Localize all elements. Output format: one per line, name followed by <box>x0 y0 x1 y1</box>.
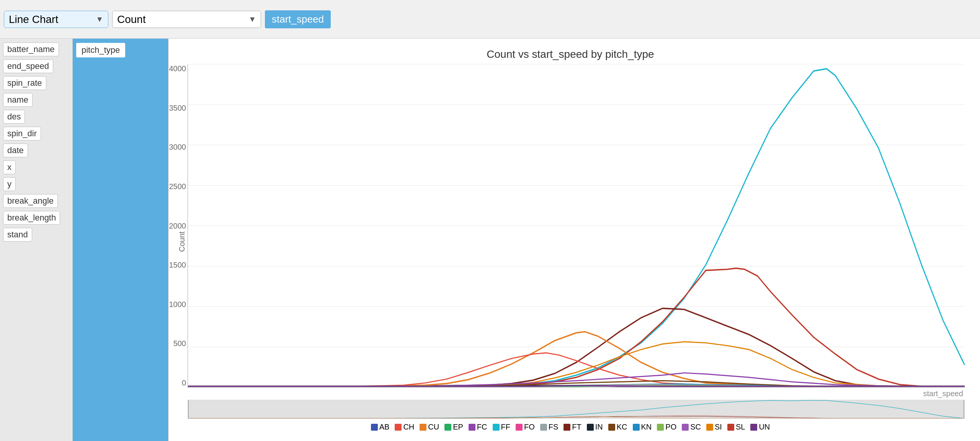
legend-dot-SI <box>706 424 713 431</box>
legend-label-CU: CU <box>428 423 439 431</box>
field-y[interactable]: y <box>3 177 16 191</box>
y-tick-1000: 1000 <box>167 300 186 309</box>
legend-label-FC: FC <box>477 423 487 431</box>
chart-plot: 0 500 1000 1500 2000 2500 3000 3500 4000 <box>188 64 965 388</box>
legend-IN: IN <box>587 423 603 431</box>
legend-label-PO: PO <box>665 423 676 431</box>
field-break-angle[interactable]: break_angle <box>3 194 58 208</box>
legend-dot-AB <box>371 424 378 431</box>
legend-FO: FO <box>516 423 535 431</box>
legend-FF: FF <box>493 423 510 431</box>
count-select[interactable]: Count <box>117 13 245 25</box>
y-tick-500: 500 <box>167 339 186 348</box>
legend-FT: FT <box>564 423 581 431</box>
legend-UN: UN <box>750 423 770 431</box>
y-tick-1500: 1500 <box>167 261 186 270</box>
legend-label-FT: FT <box>572 423 581 431</box>
legend-dot-FT <box>564 424 570 431</box>
field-x[interactable]: x <box>3 160 16 174</box>
legend-label-AB: AB <box>379 423 390 431</box>
field-spin-rate[interactable]: spin_rate <box>3 76 46 90</box>
legend-label-SL: SL <box>736 423 745 431</box>
legend-SC: SC <box>682 423 701 431</box>
top-bar: Line Chart ▼ Count ▼ start_speed <box>0 0 980 39</box>
legend-label-EP: EP <box>453 423 463 431</box>
main-content: batter_name end_speed spin_rate name des… <box>0 39 980 441</box>
count-arrow-icon: ▼ <box>248 15 256 24</box>
count-dropdown[interactable]: Count ▼ <box>112 11 261 28</box>
legend-label-FF: FF <box>501 423 510 431</box>
dimension-panel: pitch_type <box>73 39 168 441</box>
chart-type-select[interactable]: Line Chart <box>9 13 93 25</box>
legend-dot-FC <box>469 424 475 431</box>
field-des[interactable]: des <box>3 110 25 124</box>
chart-type-arrow-icon: ▼ <box>96 15 103 24</box>
legend-label-UN: UN <box>759 423 770 431</box>
legend-dot-UN <box>750 424 757 431</box>
y-tick-0: 0 <box>167 379 186 387</box>
chart-svg <box>188 64 965 387</box>
field-name[interactable]: name <box>3 93 33 107</box>
field-date[interactable]: date <box>3 144 28 157</box>
field-batter-name[interactable]: batter_name <box>3 42 59 56</box>
line-SL <box>188 268 965 386</box>
y-ticks: 0 500 1000 1500 2000 2500 3000 3500 4000 <box>167 64 186 387</box>
selected-dimension-tag[interactable]: pitch_type <box>76 42 126 58</box>
line-FF <box>188 69 965 386</box>
legend-SL: SL <box>727 423 745 431</box>
chart-title: Count vs start_speed by pitch_type <box>176 48 965 60</box>
legend-FS: FS <box>540 423 559 431</box>
field-stand[interactable]: stand <box>3 228 32 242</box>
y-tick-3500: 3500 <box>167 104 186 113</box>
y-tick-4000: 4000 <box>167 64 186 73</box>
legend-label-SI: SI <box>715 423 722 431</box>
legend-label-IN: IN <box>595 423 603 431</box>
chart-area: Count 0 500 1000 <box>176 64 965 419</box>
field-spin-dir[interactable]: spin_dir <box>3 127 41 140</box>
legend-label-KN: KN <box>641 423 652 431</box>
chart-panel: Count vs start_speed by pitch_type Count <box>168 39 980 441</box>
y-tick-3000: 3000 <box>167 143 186 152</box>
legend-label-FS: FS <box>549 423 559 431</box>
chart-legend: AB CH CU EP FC FF <box>176 419 965 433</box>
field-break-length[interactable]: break_length <box>3 211 60 225</box>
legend-dot-CU <box>420 424 426 431</box>
legend-CU: CU <box>420 423 439 431</box>
legend-dot-SL <box>727 424 734 431</box>
legend-dot-KN <box>633 424 640 431</box>
legend-FC: FC <box>469 423 487 431</box>
legend-KN: KN <box>633 423 652 431</box>
legend-dot-PO <box>657 424 664 431</box>
field-end-speed[interactable]: end_speed <box>3 59 53 73</box>
legend-label-SC: SC <box>690 423 701 431</box>
legend-dot-EP <box>444 424 451 431</box>
x-axis-tag: start_speed <box>265 10 331 28</box>
line-CU <box>188 332 965 386</box>
legend-label-FO: FO <box>524 423 535 431</box>
legend-label-CH: CH <box>403 423 414 431</box>
legend-CH: CH <box>395 423 414 431</box>
legend-AB: AB <box>371 423 390 431</box>
legend-dot-KC <box>608 424 615 431</box>
legend-dot-FS <box>540 424 547 431</box>
chart-minimap[interactable] <box>188 400 965 419</box>
x-axis-label: start_speed <box>188 389 963 398</box>
line-UN <box>188 386 965 386</box>
legend-PO: PO <box>657 423 676 431</box>
minimap-handle[interactable] <box>188 400 964 418</box>
legend-KC: KC <box>608 423 627 431</box>
legend-EP: EP <box>444 423 463 431</box>
legend-dot-FO <box>516 424 523 431</box>
fields-panel: batter_name end_speed spin_rate name des… <box>0 39 73 441</box>
legend-dot-CH <box>395 424 402 431</box>
legend-SI: SI <box>706 423 722 431</box>
legend-dot-FF <box>493 424 500 431</box>
y-tick-2000: 2000 <box>167 222 186 230</box>
legend-dot-SC <box>682 424 689 431</box>
legend-dot-IN <box>587 424 594 431</box>
legend-label-KC: KC <box>617 423 627 431</box>
y-tick-2500: 2500 <box>167 182 186 191</box>
chart-type-dropdown[interactable]: Line Chart ▼ <box>4 11 108 28</box>
